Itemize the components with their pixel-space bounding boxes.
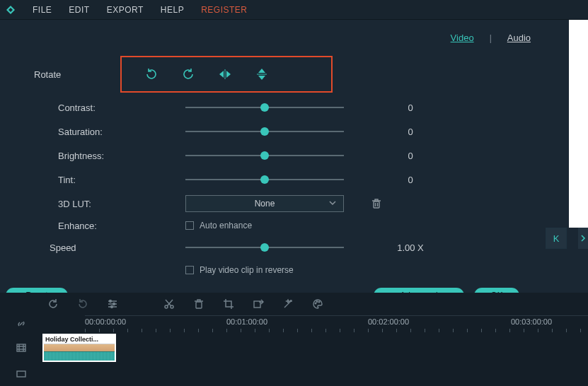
brightness-value: 0 xyxy=(368,151,453,161)
menu-bar: FILE EDIT EXPORT HELP REGISTER xyxy=(0,0,588,20)
ruler-t2: 00:02:00:00 xyxy=(368,317,409,326)
video-track-icon[interactable] xyxy=(0,332,42,363)
contrast-slider[interactable] xyxy=(185,107,344,108)
magic-icon[interactable] xyxy=(282,298,294,310)
contrast-value: 0 xyxy=(368,103,453,113)
clip-title: Holiday Collecti... xyxy=(44,335,115,344)
reverse-checkbox[interactable] xyxy=(185,266,194,274)
menu-edit[interactable]: EDIT xyxy=(62,2,96,18)
auto-enhance-checkbox[interactable] xyxy=(185,221,194,230)
svg-point-11 xyxy=(111,306,113,308)
speed-label: Speed xyxy=(50,242,185,253)
timeline-clip[interactable]: Holiday Collecti... xyxy=(42,334,116,362)
video-edit-panel: Video | Audio Rotate Contrast: 0 Saturat… xyxy=(0,20,569,303)
speed-value: 1.00 X xyxy=(368,242,453,253)
white-panel xyxy=(569,20,588,228)
saturation-slider[interactable] xyxy=(185,131,344,132)
ruler-t0: 00:00:00:00 xyxy=(85,317,126,326)
undo-icon[interactable] xyxy=(47,298,59,310)
timeline-toolbar xyxy=(0,293,588,315)
menu-export[interactable]: EXPORT xyxy=(100,2,151,18)
trash-icon[interactable] xyxy=(192,298,205,310)
saturation-label: Saturation: xyxy=(58,127,185,137)
timeline-ruler[interactable]: 00:00:00:00 00:01:00:00 00:02:00:00 00:0… xyxy=(85,315,588,332)
chevron-down-icon xyxy=(329,199,336,206)
palette-icon[interactable] xyxy=(311,298,324,310)
svg-rect-7 xyxy=(257,74,267,75)
contrast-label: Contrast: xyxy=(58,103,185,113)
rotate-cw-button[interactable] xyxy=(143,66,160,83)
ruler-t3: 00:03:00:00 xyxy=(511,317,552,326)
rotate-controls-highlight xyxy=(120,56,333,93)
crop-icon[interactable] xyxy=(222,298,235,310)
lut-delete-button[interactable] xyxy=(371,198,382,209)
speed-slider[interactable] xyxy=(185,247,344,248)
rotate-ccw-button[interactable] xyxy=(180,66,197,83)
svg-marker-3 xyxy=(226,71,231,78)
lut-value: None xyxy=(255,199,275,209)
svg-rect-20 xyxy=(17,371,25,377)
cut-icon[interactable] xyxy=(163,298,175,310)
svg-rect-4 xyxy=(225,69,226,79)
tab-divider: | xyxy=(490,33,492,43)
svg-point-17 xyxy=(316,301,318,303)
timeline-area: 00:00:00:00 00:01:00:00 00:02:00:00 00:0… xyxy=(0,293,588,386)
sliders-icon[interactable] xyxy=(106,298,119,310)
audio-track-icon[interactable] xyxy=(0,363,42,385)
svg-point-9 xyxy=(110,300,112,303)
svg-marker-5 xyxy=(258,69,265,73)
auto-enhance-label: Auto enhance xyxy=(200,221,252,230)
flip-horizontal-button[interactable] xyxy=(217,66,234,83)
menu-file[interactable]: FILE xyxy=(25,2,59,18)
brightness-slider[interactable] xyxy=(185,155,344,156)
panel-collapse-icon[interactable] xyxy=(578,228,588,249)
svg-marker-6 xyxy=(258,76,265,80)
menu-register[interactable]: REGISTER xyxy=(194,2,254,18)
app-icon xyxy=(4,4,17,16)
redo-icon[interactable] xyxy=(76,298,89,310)
brightness-label: Brightness: xyxy=(58,151,185,161)
svg-point-13 xyxy=(171,305,173,308)
rotate-label: Rotate xyxy=(21,69,120,80)
ruler-minor-ticks xyxy=(85,329,588,333)
svg-marker-2 xyxy=(219,71,224,78)
svg-point-18 xyxy=(318,301,320,303)
tint-slider[interactable] xyxy=(185,179,344,180)
svg-rect-19 xyxy=(17,344,25,351)
flip-vertical-button[interactable] xyxy=(253,66,270,83)
enhance-label: Enhance: xyxy=(58,221,185,231)
export-clip-icon[interactable] xyxy=(252,298,265,310)
lut-select[interactable]: None xyxy=(185,195,344,212)
svg-rect-8 xyxy=(374,201,379,208)
tab-video[interactable]: Video xyxy=(451,33,474,43)
lut-label: 3D LUT: xyxy=(58,199,185,209)
tab-strip: Video | Audio xyxy=(21,20,548,50)
svg-point-10 xyxy=(113,303,115,305)
keyframe-button[interactable]: K xyxy=(546,228,567,249)
menu-help[interactable]: HELP xyxy=(154,2,191,18)
reverse-label: Play video clip in reverse xyxy=(200,265,294,275)
svg-rect-14 xyxy=(196,302,202,308)
link-track-icon[interactable] xyxy=(0,315,42,332)
tint-value: 0 xyxy=(368,175,453,185)
tab-audio[interactable]: Audio xyxy=(507,33,531,43)
svg-point-16 xyxy=(315,303,316,304)
svg-point-12 xyxy=(165,305,168,308)
saturation-value: 0 xyxy=(368,127,453,137)
tint-label: Tint: xyxy=(58,175,185,185)
ruler-t1: 00:01:00:00 xyxy=(226,317,267,326)
